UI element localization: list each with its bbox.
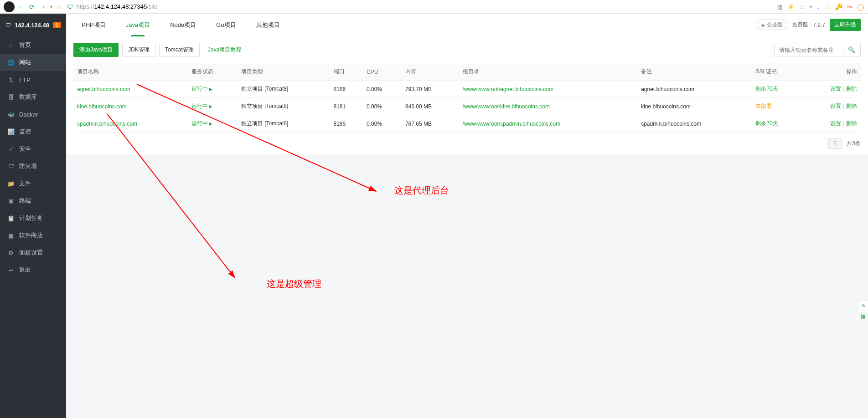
play-icon: ▶ [209,121,212,126]
ftp-icon: ⇅ [7,76,15,83]
project-name-link[interactable]: spadmin.bihuocoins.com [77,121,137,127]
browser-toolbar: ← ⟳ → ▾ ⌂ 🛡 https://142.4.124.48:27345/s… [0,0,868,14]
docker-icon: 🐳 [7,111,15,118]
sidebar-item-label: 首页 [19,41,31,49]
project-name-link[interactable]: kine.bihuocoins.com [77,103,127,110]
feedback-tab[interactable]: ✎ 反馈 [859,301,868,312]
diamond-icon: ◈ [761,22,765,28]
tab-2[interactable]: Node项目 [162,14,204,36]
sidebar-item-globe[interactable]: 🌐网站 [0,54,66,71]
pagination: 1 共3条 [66,133,868,154]
delete-link[interactable]: 删除 [846,103,857,109]
sidebar-item-label: Docker [19,111,38,118]
favorite-icon[interactable]: ☆ [824,3,830,10]
enterprise-badge[interactable]: ◈ 企业版 [757,20,787,30]
sidebar-item-docker[interactable]: 🐳Docker [0,106,66,123]
back-icon[interactable]: ← [18,3,25,10]
home-icon: ⌂ [7,42,15,49]
root-link[interactable]: /www/wwwroot/kine.bihuocoins.com [463,103,550,110]
tab-1[interactable]: Java项目 [118,14,158,36]
sidebar-item-ftp[interactable]: ⇅FTP [0,71,66,88]
table-row: kine.bihuocoins.com运行中▶独立项目 [Tomcat8]818… [73,98,861,115]
search-input[interactable] [775,44,843,56]
dropdown-icon[interactable]: ▾ [50,4,52,9]
sidebar-item-db[interactable]: 🗄数据库 [0,88,66,106]
status-cell[interactable]: 运行中▶ [191,103,212,109]
more-icon[interactable]: ▾ [810,4,812,9]
upgrade-button[interactable]: 立即升级 [830,19,861,31]
key-icon[interactable]: 🔑 [835,3,842,10]
add-java-button[interactable]: 添加Java项目 [73,43,119,57]
scissors-icon[interactable]: ✂ [847,3,852,10]
tab-3[interactable]: Go项目 [208,14,244,36]
bolt-icon[interactable]: ⚡ [787,3,795,10]
address-bar[interactable]: 🛡 https://142.4.124.48:27345/site [67,3,773,10]
status-cell[interactable]: 运行中▶ [191,120,212,127]
sidebar-item-task[interactable]: 📋计划任务 [0,209,66,227]
shield-icon: ✓ [7,146,15,153]
sidebar-item-label: 安全 [19,145,31,153]
sidebar-item-gear[interactable]: ⚙面板设置 [0,244,66,261]
sidebar-item-label: 数据库 [19,93,37,101]
tomcat-manage-button[interactable]: Tomcat管理 [159,43,200,57]
sidebar-item-home[interactable]: ⌂首页 [0,36,66,54]
cpu-cell: 0.00% [363,115,402,133]
th-ops: 操作 [802,63,861,81]
root-link[interactable]: /www/wwwroot/spadmin.bihuocoins.com [463,121,561,127]
edit-icon: ✎ [860,303,867,309]
settings-link[interactable]: 设置 [830,120,841,127]
profile-avatar[interactable] [4,1,15,12]
settings-link[interactable]: 设置 [830,103,841,109]
folder-icon: 📁 [7,180,15,187]
project-name-link[interactable]: agnet.bihuocoins.com [77,86,130,92]
th-cpu: CPU [363,63,402,81]
annotation-1: 这是代理后台 [394,184,449,197]
mem-cell: 846.00 MB [402,98,459,115]
jdk-manage-button[interactable]: JDK管理 [122,43,155,57]
table-header-row: 项目名称 服务状态 项目类型 端口 CPU 内存 根目录 备注 SSL证书 操作 [73,63,861,81]
sidebar-item-fire[interactable]: 🛡防火墙 [0,158,66,175]
sidebar-item-label: 防火墙 [19,162,37,170]
settings-link[interactable]: 设置 [830,86,841,92]
circle-icon[interactable]: ◯ [857,3,864,10]
project-tabs: PHP项目Java项目Node项目Go项目其他项目 [73,14,288,36]
tab-4[interactable]: 其他项目 [248,14,288,36]
header-meta: ◈ 企业版 免费版 7.9.7 立即升级 [757,19,861,31]
delete-link[interactable]: 删除 [846,120,857,127]
sidebar-item-terminal[interactable]: ▣终端 [0,192,66,209]
port-cell: 8186 [330,81,363,98]
root-link[interactable]: /www/wwwroot/agnet.bihuocoins.com [463,86,553,92]
sidebar-item-shield[interactable]: ✓安全 [0,140,66,158]
exit-icon: ↩ [7,267,15,274]
star-outline-icon[interactable]: ☆ [799,3,805,10]
sidebar-item-folder[interactable]: 📁文件 [0,175,66,192]
gear-icon: ⚙ [7,250,15,256]
store-icon: ▦ [7,232,15,239]
ssl-cell[interactable]: 剩余70天 [755,86,778,92]
sidebar-item-monitor[interactable]: 📊监控 [0,123,66,140]
sidebar-item-store[interactable]: ▦软件商店 [0,227,66,244]
ssl-cell[interactable]: 未部署 [755,103,772,109]
sidebar-item-exit[interactable]: ↩退出 [0,261,66,279]
note-cell: kine.bihuocoins.com [637,98,752,115]
search-icon: 🔍 [848,46,856,53]
refresh-icon[interactable]: ⟳ [29,3,35,10]
tutorial-link[interactable]: Java项目教程 [208,46,241,54]
browser-right-icons: ▦ ⚡ ☆ ▾ ↓ ☆ 🔑 ✂ ◯ [776,3,864,10]
search-button[interactable]: 🔍 [843,44,860,56]
notification-badge[interactable]: 0 [53,22,61,28]
qr-icon[interactable]: ▦ [776,3,782,10]
port-cell: 8185 [330,115,363,133]
forward-icon[interactable]: → [39,3,46,10]
sidebar-item-label: 计划任务 [19,214,43,222]
free-label: 免费版 [792,21,808,29]
ssl-cell[interactable]: 剩余70天 [755,120,778,127]
status-cell[interactable]: 运行中▶ [191,86,212,92]
download-icon[interactable]: ↓ [816,3,820,10]
page-number[interactable]: 1 [828,138,842,149]
tab-0[interactable]: PHP项目 [73,14,114,36]
sidebar-item-label: 软件商店 [19,231,43,240]
delete-link[interactable]: 删除 [846,86,857,92]
home-icon[interactable]: ⌂ [57,3,61,10]
page-total: 共3条 [847,140,861,147]
